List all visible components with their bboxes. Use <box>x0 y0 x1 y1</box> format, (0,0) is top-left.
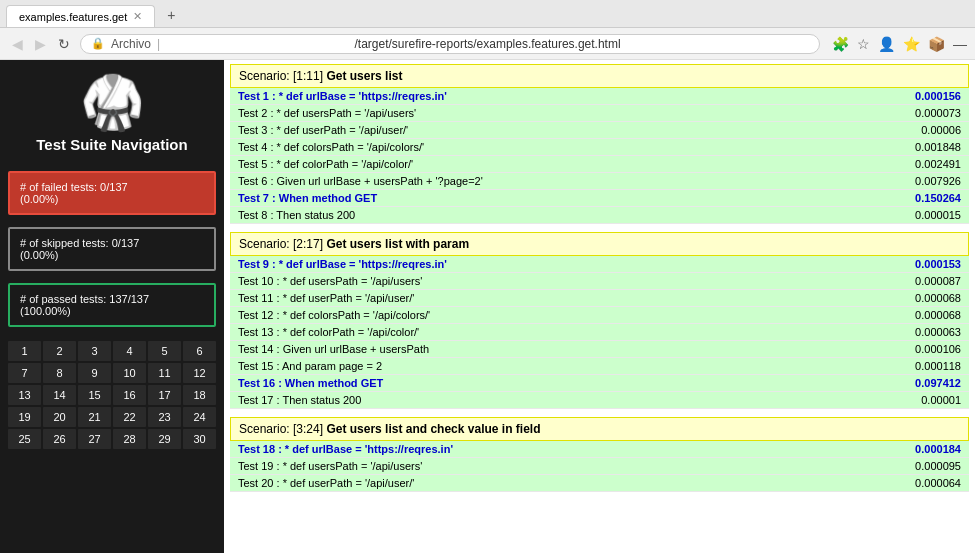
reload-button[interactable]: ↻ <box>54 34 74 54</box>
test-time: 0.00001 <box>891 394 961 406</box>
calendar-cell-12[interactable]: 12 <box>183 363 216 383</box>
calendar-cell-4[interactable]: 4 <box>113 341 146 361</box>
calendar-cell-15[interactable]: 15 <box>78 385 111 405</box>
scenario-header-1: Scenario: [2:17] Get users list with par… <box>230 232 969 256</box>
main-content: 🥋 Test Suite Navigation # of failed test… <box>0 60 975 553</box>
test-row: Test 15 : And param page = 20.000118 <box>230 358 969 375</box>
skipped-stat-box: # of skipped tests: 0/137 (0.00%) <box>8 227 216 271</box>
calendar-cell-29[interactable]: 29 <box>148 429 181 449</box>
address-bar[interactable]: 🔒 Archivo | /target/surefire-reports/exa… <box>80 34 820 54</box>
passed-stat-pct: (100.00%) <box>20 305 204 317</box>
scenario-header-0: Scenario: [1:11] Get users list <box>230 64 969 88</box>
test-name: Test 16 : When method GET <box>238 377 891 389</box>
test-name: Test 18 : * def urlBase = 'https://reqre… <box>238 443 891 455</box>
calendar-cell-2[interactable]: 2 <box>43 341 76 361</box>
extensions-icon[interactable]: 🧩 <box>832 36 849 52</box>
nav-icons: ◀ ▶ ↻ <box>8 34 74 54</box>
calendar-cell-13[interactable]: 13 <box>8 385 41 405</box>
calendar-cell-30[interactable]: 30 <box>183 429 216 449</box>
skipped-stat-label: # of skipped tests: 0/137 <box>20 237 204 249</box>
test-time: 0.000068 <box>891 309 961 321</box>
calendar-cell-5[interactable]: 5 <box>148 341 181 361</box>
sidebar: 🥋 Test Suite Navigation # of failed test… <box>0 60 224 553</box>
test-name: Test 13 : * def colorPath = '/api/color/… <box>238 326 891 338</box>
test-time: 0.000015 <box>891 209 961 221</box>
calendar-cell-21[interactable]: 21 <box>78 407 111 427</box>
test-time: 0.150264 <box>891 192 961 204</box>
minimize-icon[interactable]: — <box>953 36 967 52</box>
test-row: Test 19 : * def usersPath = '/api/users'… <box>230 458 969 475</box>
test-name: Test 4 : * def colorsPath = '/api/colors… <box>238 141 891 153</box>
sidebar-hero: 🥋 Test Suite Navigation <box>0 60 224 165</box>
calendar-grid: 1234567891011121314151617181920212223242… <box>8 341 216 449</box>
calendar-cell-18[interactable]: 18 <box>183 385 216 405</box>
profile-icon[interactable]: 👤 <box>878 36 895 52</box>
calendar-cell-16[interactable]: 16 <box>113 385 146 405</box>
calendar-cell-22[interactable]: 22 <box>113 407 146 427</box>
test-time: 0.00006 <box>891 124 961 136</box>
test-row: Test 2 : * def usersPath = '/api/users'0… <box>230 105 969 122</box>
calendar-cell-20[interactable]: 20 <box>43 407 76 427</box>
skipped-stat-pct: (0.00%) <box>20 249 204 261</box>
test-row: Test 13 : * def colorPath = '/api/color/… <box>230 324 969 341</box>
calendar-cell-11[interactable]: 11 <box>148 363 181 383</box>
calendar-cell-23[interactable]: 23 <box>148 407 181 427</box>
calendar-cell-19[interactable]: 19 <box>8 407 41 427</box>
test-name: Test 11 : * def userPath = '/api/user/' <box>238 292 891 304</box>
karate-icon: 🥋 <box>80 76 145 128</box>
tab-strip: examples.features.get ✕ + <box>0 0 975 28</box>
test-row: Test 18 : * def urlBase = 'https://reqre… <box>230 441 969 458</box>
forward-button[interactable]: ▶ <box>31 34 50 54</box>
test-name: Test 14 : Given url urlBase + usersPath <box>238 343 891 355</box>
test-time: 0.001848 <box>891 141 961 153</box>
favorites-icon[interactable]: ⭐ <box>903 36 920 52</box>
calendar-cell-17[interactable]: 17 <box>148 385 181 405</box>
back-button[interactable]: ◀ <box>8 34 27 54</box>
test-time: 0.000068 <box>891 292 961 304</box>
right-panel: Scenario: [1:11] Get users listTest 1 : … <box>224 60 975 553</box>
test-row: Test 3 : * def userPath = '/api/user/'0.… <box>230 122 969 139</box>
calendar-cell-10[interactable]: 10 <box>113 363 146 383</box>
calendar-cell-28[interactable]: 28 <box>113 429 146 449</box>
calendar-cell-24[interactable]: 24 <box>183 407 216 427</box>
calendar-cell-8[interactable]: 8 <box>43 363 76 383</box>
test-name: Test 6 : Given url urlBase + usersPath +… <box>238 175 891 187</box>
new-tab-button[interactable]: + <box>159 3 183 27</box>
calendar-cell-7[interactable]: 7 <box>8 363 41 383</box>
calendar-cell-27[interactable]: 27 <box>78 429 111 449</box>
scenario-header-2: Scenario: [3:24] Get users list and chec… <box>230 417 969 441</box>
test-time: 0.000118 <box>891 360 961 372</box>
active-tab[interactable]: examples.features.get ✕ <box>6 5 155 27</box>
test-name: Test 9 : * def urlBase = 'https://reqres… <box>238 258 891 270</box>
test-row: Test 5 : * def colorPath = '/api/color/'… <box>230 156 969 173</box>
calendar-cell-9[interactable]: 9 <box>78 363 111 383</box>
archivo-label: Archivo <box>111 37 151 51</box>
scenario-block-0: Scenario: [1:11] Get users listTest 1 : … <box>230 64 969 224</box>
tab-title: examples.features.get <box>19 11 127 23</box>
tab-close-button[interactable]: ✕ <box>133 10 142 23</box>
test-name: Test 20 : * def userPath = '/api/user/' <box>238 477 891 489</box>
passed-stat-label: # of passed tests: 137/137 <box>20 293 204 305</box>
test-row: Test 7 : When method GET0.150264 <box>230 190 969 207</box>
test-name: Test 8 : Then status 200 <box>238 209 891 221</box>
test-row: Test 17 : Then status 2000.00001 <box>230 392 969 409</box>
calendar-cell-3[interactable]: 3 <box>78 341 111 361</box>
test-name: Test 5 : * def colorPath = '/api/color/' <box>238 158 891 170</box>
calendar-cell-25[interactable]: 25 <box>8 429 41 449</box>
bookmark-icon[interactable]: ☆ <box>857 36 870 52</box>
test-row: Test 6 : Given url urlBase + usersPath +… <box>230 173 969 190</box>
test-time: 0.002491 <box>891 158 961 170</box>
test-time: 0.000087 <box>891 275 961 287</box>
address-separator: | <box>157 37 160 51</box>
test-time: 0.000184 <box>891 443 961 455</box>
calendar-cell-6[interactable]: 6 <box>183 341 216 361</box>
calendar-cell-1[interactable]: 1 <box>8 341 41 361</box>
test-name: Test 3 : * def userPath = '/api/user/' <box>238 124 891 136</box>
calendar-cell-26[interactable]: 26 <box>43 429 76 449</box>
collections-icon[interactable]: 📦 <box>928 36 945 52</box>
test-row: Test 10 : * def usersPath = '/api/users'… <box>230 273 969 290</box>
test-time: 0.000153 <box>891 258 961 270</box>
test-name: Test 1 : * def urlBase = 'https://reqres… <box>238 90 891 102</box>
test-time: 0.000064 <box>891 477 961 489</box>
calendar-cell-14[interactable]: 14 <box>43 385 76 405</box>
